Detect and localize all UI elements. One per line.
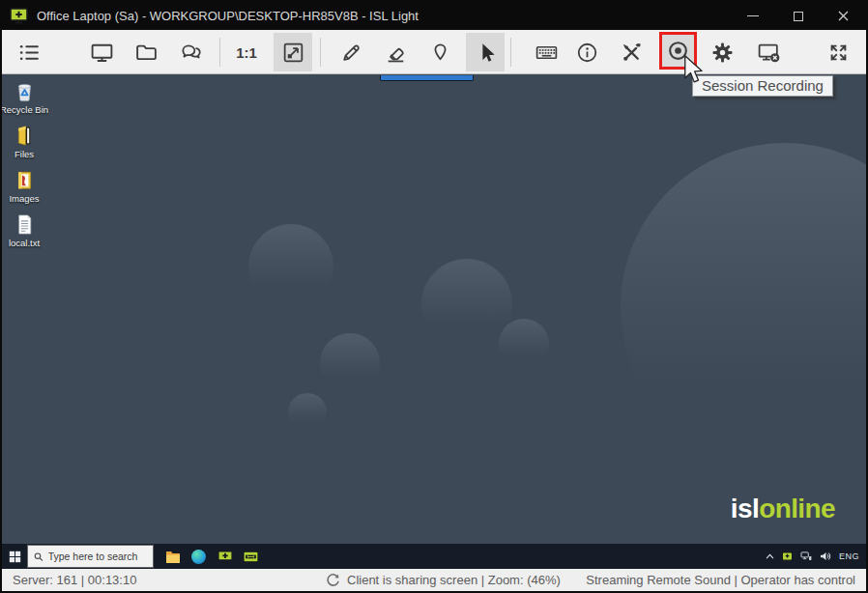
minimize-button[interactable] [730, 2, 775, 30]
disconnect-desktop-button[interactable] [749, 33, 788, 71]
eraser-icon [384, 41, 408, 65]
edge-icon [191, 550, 206, 564]
laser-pointer-button[interactable] [420, 33, 459, 71]
draw-button[interactable] [332, 33, 370, 71]
desktop-icon-label: Images [9, 193, 39, 204]
logo-online: online [759, 494, 835, 523]
titlebar: Office Laptop (Sa) - WORKGROUP\DESKTOP-H… [2, 2, 866, 30]
toolbar: 1:1 [2, 30, 866, 74]
info-button[interactable] [567, 33, 606, 71]
background-circle [499, 319, 549, 369]
statusbar: Server: 161 | 00:13:10 Client is sharing… [2, 569, 866, 591]
scale-1-1-label: 1:1 [236, 44, 257, 61]
folder-icon [134, 41, 159, 65]
isl-light-window: Office Laptop (Sa) - WORKGROUP\DESKTOP-H… [0, 0, 868, 593]
search-input[interactable] [48, 551, 147, 562]
network-icon[interactable] [800, 551, 812, 561]
images-folder-icon [13, 168, 37, 192]
isl-light-icon [217, 550, 233, 564]
refresh-icon [326, 573, 340, 587]
desktop-icon-images[interactable]: Images [4, 168, 44, 204]
desktop-icon-recycle-bin[interactable]: Recycle Bin [4, 79, 44, 115]
minimize-icon [747, 15, 759, 16]
scale-1-1-button[interactable]: 1:1 [227, 33, 266, 71]
language-indicator[interactable]: ENG [839, 551, 859, 561]
close-icon [838, 11, 849, 21]
app-icon [10, 8, 29, 24]
start-button[interactable] [2, 544, 27, 569]
window-title: Office Laptop (Sa) - WORKGROUP\DESKTOP-H… [37, 9, 419, 23]
session-list-button[interactable] [10, 33, 48, 71]
desktop-icon-files[interactable]: Files [4, 124, 44, 159]
fit-screen-button[interactable] [274, 33, 312, 71]
monitor-disconnect-icon [757, 41, 781, 65]
desktop-icon-label: Recycle Bin [2, 104, 48, 115]
gear-icon [710, 41, 735, 65]
status-sound-control: Streaming Remote Sound | Operator has co… [586, 573, 855, 587]
close-button[interactable] [821, 2, 866, 30]
monitors-button[interactable] [82, 33, 121, 71]
status-server-time: Server: 161 | 00:13:10 [13, 573, 136, 587]
fullscreen-button[interactable] [819, 33, 857, 71]
isl-alwayson-taskbar-button[interactable] [243, 549, 259, 565]
text-file-icon [13, 212, 37, 237]
system-tray: ENG [766, 551, 866, 562]
keyboard-button[interactable] [527, 33, 565, 71]
fit-screen-icon [281, 41, 305, 65]
files-folder-icon [13, 124, 37, 148]
remote-desktop-view[interactable]: Recycle Bin Files Images [2, 74, 866, 544]
tooltip: Session Recording [692, 75, 833, 97]
mouse-cursor [682, 54, 704, 86]
status-sharing-zoom-text: Client is sharing screen | Zoom: (46%) [347, 573, 561, 587]
tooltip-text: Session Recording [702, 77, 824, 94]
file-explorer-button[interactable] [164, 549, 181, 565]
taskbar-search[interactable] [27, 545, 154, 568]
cursor-button[interactable] [466, 33, 505, 71]
tray-chevron-up-icon[interactable] [766, 553, 774, 559]
taskbar-apps [164, 549, 259, 565]
desktop-icons: Recycle Bin Files Images [4, 79, 44, 248]
desktop-icon-label: Files [14, 149, 34, 159]
background-circle [421, 259, 512, 350]
isl-light-taskbar-button[interactable] [217, 549, 233, 565]
pointer-pin-icon [428, 41, 452, 65]
keyboard-icon [535, 41, 559, 65]
edge-button[interactable] [190, 549, 207, 565]
background-circle [288, 393, 327, 432]
recycle-bin-icon [13, 79, 37, 103]
status-sharing-zoom: Client is sharing screen | Zoom: (46%) [326, 573, 561, 587]
volume-icon[interactable] [820, 551, 831, 561]
desktop-icon-local-txt[interactable]: local.txt [4, 212, 44, 248]
file-explorer-icon [165, 550, 181, 563]
eraser-button[interactable] [376, 33, 415, 71]
chat-button[interactable] [172, 33, 211, 71]
file-manager-button[interactable] [127, 33, 165, 71]
maximize-button[interactable] [775, 2, 821, 30]
background-circle [320, 333, 380, 393]
toolbar-separator [510, 38, 511, 67]
isl-tray-icon[interactable] [782, 551, 793, 562]
cursor-arrow-icon [474, 41, 498, 65]
pencil-icon [339, 41, 363, 65]
fullscreen-icon [826, 41, 851, 65]
background-circle [621, 143, 866, 471]
chat-icon [180, 41, 204, 65]
tools-icon [620, 41, 644, 65]
background-circle [248, 224, 333, 309]
isl-alwayson-icon [243, 551, 259, 563]
session-list-icon [17, 41, 42, 65]
logo-isl: isl [731, 494, 759, 523]
tools-button[interactable] [612, 33, 651, 71]
window-controls [730, 2, 866, 30]
search-icon [34, 551, 43, 562]
windows-logo-icon [9, 551, 21, 563]
islonline-logo: islonline [731, 494, 835, 524]
collapsed-banner-tab[interactable] [380, 75, 474, 81]
maximize-icon [794, 12, 803, 21]
settings-button[interactable] [703, 33, 741, 71]
monitor-icon [90, 41, 114, 65]
toolbar-separator [219, 38, 220, 67]
remote-taskbar: ENG [2, 544, 866, 569]
info-icon [575, 41, 599, 65]
desktop-icon-label: local.txt [9, 238, 40, 248]
